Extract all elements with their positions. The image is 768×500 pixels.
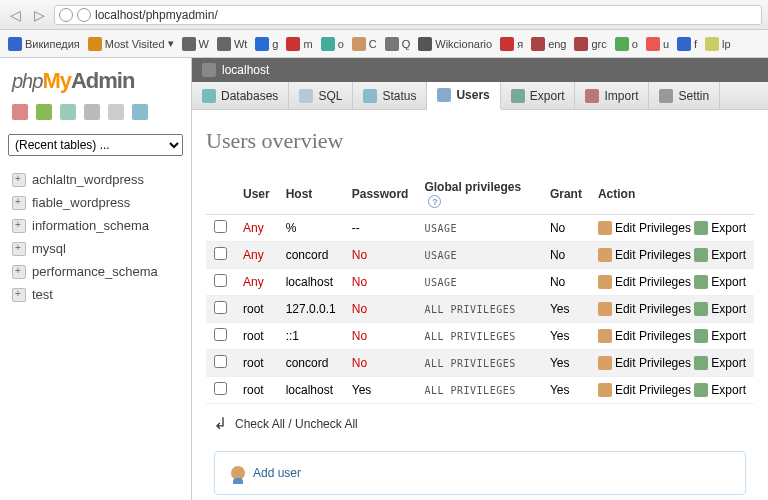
bookmark-item[interactable]: Wt: [217, 37, 247, 51]
edit-privileges-link[interactable]: Edit Privileges: [598, 275, 691, 289]
bookmark-item[interactable]: W: [182, 37, 209, 51]
bookmark-item[interactable]: C: [352, 37, 377, 51]
database-item[interactable]: achlaltn_wordpress: [4, 168, 187, 191]
col-action: Action: [590, 174, 754, 215]
bookmark-item[interactable]: Википедия: [8, 37, 80, 51]
tab-settings[interactable]: Settin: [649, 82, 720, 109]
logout-icon[interactable]: [36, 104, 52, 120]
expand-icon[interactable]: [12, 242, 26, 256]
tab-databases[interactable]: Databases: [192, 82, 289, 109]
cell-grant: Yes: [542, 323, 590, 350]
add-user-button[interactable]: Add user: [214, 451, 746, 495]
tab-export[interactable]: Export: [501, 82, 576, 109]
tab-status[interactable]: Status: [353, 82, 427, 109]
bookmark-item[interactable]: lp: [705, 37, 731, 51]
settings-icon: [659, 89, 673, 103]
cell-grant: Yes: [542, 350, 590, 377]
bookmark-item[interactable]: g: [255, 37, 278, 51]
export-link[interactable]: Export: [694, 329, 746, 343]
edit-privileges-link[interactable]: Edit Privileges: [598, 221, 691, 235]
settings-icon[interactable]: [108, 104, 124, 120]
bookmark-item[interactable]: o: [615, 37, 638, 51]
bookmark-item[interactable]: Wikcionario: [418, 37, 492, 51]
row-checkbox[interactable]: [214, 382, 227, 395]
row-checkbox[interactable]: [214, 247, 227, 260]
edit-privileges-link[interactable]: Edit Privileges: [598, 383, 691, 397]
check-all-link[interactable]: Check All: [235, 417, 285, 431]
row-checkbox[interactable]: [214, 355, 227, 368]
export-link[interactable]: Export: [694, 248, 746, 262]
col-host[interactable]: Host: [278, 174, 344, 215]
tab-import[interactable]: Import: [575, 82, 649, 109]
bookmark-item[interactable]: f: [677, 37, 697, 51]
cell-host: %: [278, 215, 344, 242]
recent-tables-select[interactable]: (Recent tables) ...: [8, 134, 183, 156]
edit-privileges-link[interactable]: Edit Privileges: [598, 248, 691, 262]
database-item[interactable]: performance_schema: [4, 260, 187, 283]
database-item[interactable]: test: [4, 283, 187, 306]
add-user-label: Add user: [253, 466, 301, 480]
export-link[interactable]: Export: [694, 302, 746, 316]
row-checkbox[interactable]: [214, 220, 227, 233]
bookmark-icon: [352, 37, 366, 51]
bookmark-item[interactable]: m: [286, 37, 312, 51]
user-edit-icon: [598, 275, 612, 289]
docs-icon[interactable]: [84, 104, 100, 120]
sidebar: phpMyAdmin (Recent tables) ... achlaltn_…: [0, 58, 192, 500]
table-row: rootlocalhostYesALL PRIVILEGESYesEdit Pr…: [206, 377, 754, 404]
cell-password: No: [344, 323, 417, 350]
breadcrumb: localhost: [192, 58, 768, 82]
browser-toolbar: ◁ ▷: [0, 0, 768, 30]
reload-icon[interactable]: [132, 104, 148, 120]
col-password[interactable]: Password: [344, 174, 417, 215]
expand-icon[interactable]: [12, 265, 26, 279]
col-grant[interactable]: Grant: [542, 174, 590, 215]
url-input[interactable]: [95, 8, 757, 22]
cell-privileges: ALL PRIVILEGES: [416, 350, 541, 377]
export-link[interactable]: Export: [694, 221, 746, 235]
database-item[interactable]: fiable_wordpress: [4, 191, 187, 214]
query-icon[interactable]: [60, 104, 76, 120]
home-icon[interactable]: [12, 104, 28, 120]
uncheck-all-link[interactable]: Uncheck All: [295, 417, 358, 431]
export-link[interactable]: Export: [694, 356, 746, 370]
globe-icon: [59, 8, 73, 22]
bookmark-item[interactable]: Most Visited▾: [88, 37, 174, 51]
export-link[interactable]: Export: [694, 275, 746, 289]
edit-privileges-link[interactable]: Edit Privileges: [598, 302, 691, 316]
expand-icon[interactable]: [12, 219, 26, 233]
col-global-privileges[interactable]: Global privileges?: [416, 174, 541, 215]
help-icon[interactable]: ?: [428, 195, 441, 208]
bookmark-item[interactable]: Q: [385, 37, 411, 51]
forward-button[interactable]: ▷: [30, 6, 48, 24]
edit-privileges-link[interactable]: Edit Privileges: [598, 329, 691, 343]
expand-icon[interactable]: [12, 288, 26, 302]
database-item[interactable]: mysql: [4, 237, 187, 260]
user-edit-icon: [598, 302, 612, 316]
table-header-row: User Host Password Global privileges? Gr…: [206, 174, 754, 215]
tab-sql[interactable]: SQL: [289, 82, 353, 109]
user-edit-icon: [598, 356, 612, 370]
row-checkbox[interactable]: [214, 301, 227, 314]
bookmark-icon: [418, 37, 432, 51]
col-user[interactable]: User: [235, 174, 278, 215]
export-icon: [694, 356, 708, 370]
bookmark-item[interactable]: eng: [531, 37, 566, 51]
cell-privileges: USAGE: [416, 242, 541, 269]
url-bar[interactable]: [54, 5, 762, 25]
bookmark-item[interactable]: u: [646, 37, 669, 51]
tab-users[interactable]: Users: [427, 82, 500, 110]
expand-icon[interactable]: [12, 173, 26, 187]
row-checkbox[interactable]: [214, 328, 227, 341]
back-button[interactable]: ◁: [6, 6, 24, 24]
edit-privileges-link[interactable]: Edit Privileges: [598, 356, 691, 370]
expand-icon[interactable]: [12, 196, 26, 210]
table-row: root::1NoALL PRIVILEGESYesEdit Privilege…: [206, 323, 754, 350]
bookmark-item[interactable]: я: [500, 37, 523, 51]
bookmark-item[interactable]: o: [321, 37, 344, 51]
breadcrumb-server[interactable]: localhost: [222, 63, 269, 77]
export-link[interactable]: Export: [694, 383, 746, 397]
row-checkbox[interactable]: [214, 274, 227, 287]
database-item[interactable]: information_schema: [4, 214, 187, 237]
bookmark-item[interactable]: grc: [574, 37, 606, 51]
